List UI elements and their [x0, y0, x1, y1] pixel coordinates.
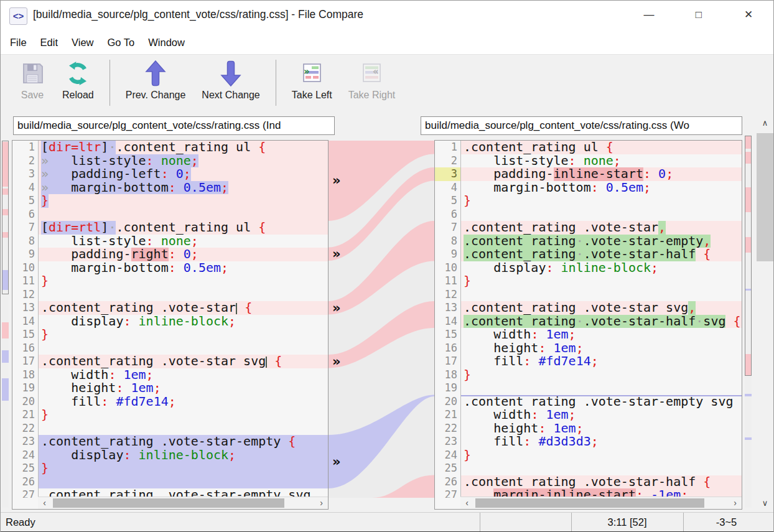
code-line[interactable]: 13.content_rating .vote-star svg,	[435, 301, 742, 315]
code-line[interactable]: 1[dir=ltr]·.content_rating ul {	[12, 141, 328, 154]
code-text[interactable]: .content_rating·.vote-star-half {	[461, 248, 742, 261]
code-line[interactable]: 23 fill: #d3d3d3;	[435, 435, 742, 449]
code-text[interactable]: list-style: none;	[461, 154, 742, 168]
code-line[interactable]: 19 height: 1em;	[12, 381, 328, 395]
code-text[interactable]: [dir=rtl]·.content_rating ul {	[39, 221, 328, 235]
scroll-down-icon[interactable]: ∨	[755, 495, 774, 512]
code-text[interactable]: fill: #fd7e14;	[39, 395, 328, 409]
code-text[interactable]: height: 1em;	[39, 381, 328, 395]
left-hscroll-thumb[interactable]	[53, 498, 284, 508]
code-line[interactable]: 24 display: inline-block;	[12, 449, 328, 462]
right-horizontal-scrollbar[interactable]: ‹ ›	[460, 497, 742, 509]
code-line[interactable]: 12	[12, 288, 328, 302]
code-text[interactable]: padding-right: 0;	[39, 248, 328, 261]
close-button[interactable]: ✕	[730, 1, 767, 29]
code-line[interactable]: 7[dir=rtl]·.content_rating ul {	[12, 221, 328, 235]
prev-change-button[interactable]: Prev. Change	[118, 58, 194, 101]
code-text[interactable]: .content_rating .vote-star-empty {	[39, 435, 328, 449]
code-text[interactable]: fill: #d3d3d3;	[461, 435, 742, 449]
minimize-button[interactable]: —	[631, 1, 667, 29]
code-line[interactable]: 14 display: inline-block;	[12, 315, 328, 329]
code-line[interactable]: 15 width: 1em;	[435, 328, 742, 342]
code-text[interactable]: display: inline-block;	[39, 315, 328, 329]
code-line[interactable]: 21}	[12, 408, 328, 422]
menu-item-view[interactable]: View	[65, 30, 100, 54]
code-line[interactable]: 23.content_rating .vote-star-empty {	[12, 435, 328, 449]
code-text[interactable]: .content_rating .vote-star,	[461, 221, 742, 235]
code-line[interactable]: 4» margin-bottom: 0.5em;	[12, 181, 328, 195]
code-line[interactable]: 2» list-style: none;	[12, 154, 328, 168]
code-text[interactable]	[461, 462, 742, 475]
code-text[interactable]	[39, 342, 328, 355]
code-line[interactable]: 3 padding-inline-start: 0;	[435, 167, 742, 181]
code-text[interactable]: .content_rating .vote-star svg,	[461, 301, 742, 315]
right-location-pane[interactable]	[745, 134, 752, 508]
code-text[interactable]	[39, 475, 328, 489]
code-text[interactable]: display: inline-block;	[39, 449, 328, 462]
scroll-left-icon[interactable]: ‹	[39, 497, 50, 509]
code-text[interactable]: }	[461, 194, 742, 208]
code-line[interactable]: 18 width: 1em;	[12, 368, 328, 382]
code-line[interactable]: 10 margin-bottom: 0.5em;	[12, 261, 328, 275]
code-line[interactable]: 17.content_rating .vote-star svg {	[12, 355, 328, 368]
code-line[interactable]: 16	[12, 342, 328, 355]
code-line[interactable]: 8 list-style: none;	[12, 235, 328, 248]
code-text[interactable]: width: 1em;	[461, 408, 742, 422]
code-text[interactable]	[461, 381, 742, 395]
code-line[interactable]: 24}	[435, 449, 742, 462]
code-line[interactable]: 25}	[12, 462, 328, 475]
code-text[interactable]: }	[461, 449, 742, 462]
code-line[interactable]: 6	[435, 208, 742, 222]
scroll-up-icon[interactable]: ∧	[755, 114, 774, 132]
code-text[interactable]: .content_rating ul {	[461, 141, 742, 154]
code-line[interactable]: 17 fill: #fd7e14;	[435, 355, 742, 368]
code-text[interactable]: }	[39, 462, 328, 475]
menu-item-edit[interactable]: Edit	[34, 30, 65, 54]
right-hscroll-thumb[interactable]	[475, 498, 704, 508]
code-text[interactable]: height: 1em;	[461, 342, 742, 355]
left-horizontal-scrollbar[interactable]: ‹ ›	[38, 497, 328, 509]
code-text[interactable]: width: 1em;	[39, 368, 328, 382]
code-text[interactable]	[39, 288, 328, 302]
code-text[interactable]	[461, 208, 742, 222]
next-change-button[interactable]: Next Change	[194, 58, 268, 101]
code-line[interactable]: 11}	[12, 274, 328, 288]
code-line[interactable]: 6	[12, 208, 328, 222]
code-text[interactable]: .content_rating·.vote-star-half·svg {	[461, 315, 742, 329]
code-line[interactable]: 26.content_rating .vote-star-half {	[435, 475, 742, 489]
code-text[interactable]: width: 1em;	[461, 328, 742, 342]
code-text[interactable]: margin-bottom: 0.5em;	[39, 261, 328, 275]
scroll-right-icon[interactable]: ›	[316, 497, 327, 509]
reload-button[interactable]: Reload	[54, 58, 102, 101]
code-text[interactable]: padding-inline-start: 0;	[461, 167, 742, 181]
code-line[interactable]: 25	[435, 462, 742, 475]
code-text[interactable]: .content_rating·.vote-star-empty,	[461, 235, 742, 248]
code-line[interactable]: 22	[12, 422, 328, 436]
code-line[interactable]: 26	[12, 475, 328, 489]
vscroll-thumb[interactable]	[757, 133, 773, 261]
code-line[interactable]: 7.content_rating .vote-star,	[435, 221, 742, 235]
code-line[interactable]: 20 fill: #fd7e14;	[12, 395, 328, 409]
scroll-right-icon[interactable]: ›	[730, 497, 740, 509]
code-line[interactable]: 20.content_rating .vote-star-empty svg	[435, 395, 742, 409]
code-line[interactable]: 13.content_rating .vote-star {	[12, 301, 328, 315]
code-line[interactable]: 5}	[435, 194, 742, 208]
code-line[interactable]: 2 list-style: none;	[435, 154, 742, 168]
code-text[interactable]: }	[39, 194, 328, 208]
take-left-button[interactable]: »Take Left	[284, 58, 340, 101]
code-text[interactable]: .content_rating .vote-star svg {	[39, 355, 328, 368]
code-text[interactable]: .content_rating .vote-star-half {	[461, 475, 742, 489]
code-text[interactable]	[39, 208, 328, 222]
code-line[interactable]: 14.content_rating·.vote-star-half·svg {	[435, 315, 742, 329]
code-line[interactable]: 3» padding-left: 0;	[12, 167, 328, 181]
code-text[interactable]: fill: #fd7e14;	[461, 355, 742, 368]
code-text[interactable]: » list-style: none;	[39, 154, 328, 168]
code-text[interactable]: .content_rating .vote-star-empty svg	[461, 395, 742, 409]
code-text[interactable]: }	[461, 368, 742, 382]
left-location-pane[interactable]	[2, 141, 9, 508]
menu-item-window[interactable]: Window	[141, 30, 192, 54]
maximize-button[interactable]: □	[681, 1, 717, 29]
code-line[interactable]: 11}	[435, 274, 742, 288]
code-text[interactable]: » margin-bottom: 0.5em;	[39, 181, 328, 195]
code-text[interactable]: display: inline-block;	[461, 261, 742, 275]
